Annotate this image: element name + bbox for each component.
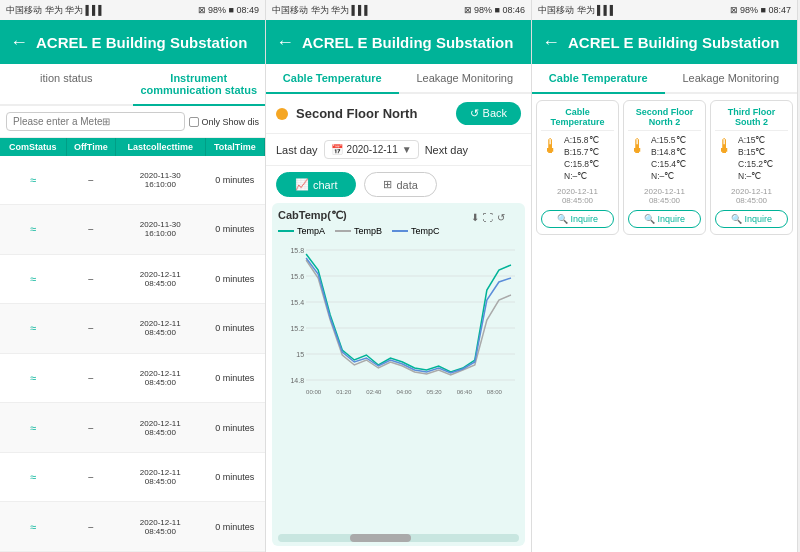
cell-lastcollect: 2020-12-11 08:45:00 — [115, 403, 205, 453]
back-arrow-2[interactable]: ← — [276, 32, 294, 53]
table-row: ≈ – 2020-11-30 16:10:00 0 minutes — [0, 205, 265, 255]
header-title-1: ACREL E Building Substation — [36, 34, 247, 51]
tab-bar-1: ition status Instrument communication st… — [0, 64, 265, 106]
cell-status: ≈ — [0, 452, 66, 502]
chart-tab-icon: 📈 — [295, 178, 309, 191]
tab-status-1[interactable]: ition status — [0, 64, 133, 106]
table-row: ≈ – 2020-12-11 08:45:00 0 minutes — [0, 403, 265, 453]
cable-meta-2: 2020-12-11 08:45:00 — [715, 187, 788, 205]
cell-status: ≈ — [0, 205, 66, 255]
cell-lastcollect: 2020-12-11 08:45:00 — [115, 254, 205, 304]
fullscreen-icon[interactable]: ⛶ — [483, 212, 493, 223]
wifi-icon: ≈ — [30, 273, 36, 285]
tab-instrument-1[interactable]: Instrument communication status — [133, 64, 266, 106]
back-arrow-1[interactable]: ← — [10, 32, 28, 53]
legend-tempB-label: TempB — [354, 226, 382, 236]
cell-status: ≈ — [0, 403, 66, 453]
wifi-icon: ≈ — [30, 174, 36, 186]
chart-data-tab-bar: 📈 chart ⊞ data — [266, 166, 531, 203]
tab-bar-3: Cable Temperature Leakage Monitoring — [532, 64, 797, 94]
date-picker[interactable]: 📅 2020-12-11 ▼ — [324, 140, 419, 159]
inquire-btn-2[interactable]: 🔍 Inquire — [715, 210, 788, 228]
only-show-dis: Only Show dis — [189, 117, 259, 127]
svg-text:04:00: 04:00 — [396, 389, 412, 395]
cell-offtime: – — [66, 452, 115, 502]
cell-totaltime: 0 minutes — [205, 156, 264, 205]
cell-totaltime: 0 minutes — [205, 304, 264, 354]
table-row: ≈ – 2020-12-11 08:45:00 0 minutes — [0, 452, 265, 502]
svg-text:14.8: 14.8 — [290, 377, 304, 384]
download-icon[interactable]: ⬇ — [471, 212, 479, 223]
svg-text:15.6: 15.6 — [290, 273, 304, 280]
chart-scrollbar-thumb[interactable] — [350, 534, 410, 542]
thermometer-icon-1: 🌡 — [628, 135, 648, 158]
tab-leakage-3[interactable]: Leakage Monitoring — [665, 64, 798, 94]
cell-totaltime: 0 minutes — [205, 502, 264, 552]
chart-tab-label: chart — [313, 179, 337, 191]
inquire-btn-0[interactable]: 🔍 Inquire — [541, 210, 614, 228]
svg-text:05:20: 05:20 — [427, 389, 443, 395]
chevron-down-icon: ▼ — [402, 144, 412, 155]
app-header-2: ← ACREL E Building Substation — [266, 20, 531, 64]
cell-lastcollect: 2020-12-11 08:45:00 — [115, 304, 205, 354]
cable-card-0: Cable Temperature 🌡 A:15.8℃B:15.7℃C:15.8… — [536, 100, 619, 235]
svg-text:15: 15 — [296, 351, 304, 358]
back-button[interactable]: ↺ Back — [456, 102, 521, 125]
chart-svg-wrapper: 15.8 15.6 15.4 15.2 15 14.8 00:00 01:20 … — [278, 240, 519, 530]
legend-tempC: TempC — [392, 226, 440, 236]
data-tab-icon: ⊞ — [383, 178, 392, 191]
cable-card-title-1: Second Floor North 2 — [628, 107, 701, 131]
wifi-icon: ≈ — [30, 322, 36, 334]
cable-card-body-1: 🌡 A:15.5℃B:14.8℃C:15.4℃N:–℃ — [628, 135, 701, 183]
cell-totaltime: 0 minutes — [205, 205, 264, 255]
next-day-label[interactable]: Next day — [425, 144, 468, 156]
cable-card-1: Second Floor North 2 🌡 A:15.5℃B:14.8℃C:1… — [623, 100, 706, 235]
cell-lastcollect: 2020-11-30 16:10:00 — [115, 156, 205, 205]
cell-totaltime: 0 minutes — [205, 353, 264, 403]
legend-tempA: TempA — [278, 226, 325, 236]
location-dot — [276, 108, 288, 120]
chart-container: CabTemp(℃) ⬇ ⛶ ↺ TempA TempB TempC — [272, 203, 525, 546]
col-totaltime: TotalTime — [205, 138, 264, 156]
tab-leakage-2[interactable]: Leakage Monitoring — [399, 64, 532, 94]
cell-status: ≈ — [0, 156, 66, 205]
cell-offtime: – — [66, 353, 115, 403]
cable-card-2: Third Floor South 2 🌡 A:15℃B:15℃C:15.2℃N… — [710, 100, 793, 235]
data-tab[interactable]: ⊞ data — [364, 172, 436, 197]
cell-offtime: – — [66, 156, 115, 205]
cable-card-title-2: Third Floor South 2 — [715, 107, 788, 131]
col-comstatus: ComStatus — [0, 138, 66, 156]
cell-totaltime: 0 minutes — [205, 403, 264, 453]
panel-2: 中国移动 华为 华为 ▌▌▌ ⊠ 98% ■ 08:46 ← ACREL E B… — [266, 0, 532, 552]
chart-title: CabTemp(℃) — [278, 209, 347, 222]
meter-search-input[interactable] — [6, 112, 185, 131]
cell-offtime: – — [66, 254, 115, 304]
inquire-btn-1[interactable]: 🔍 Inquire — [628, 210, 701, 228]
app-header-3: ← ACREL E Building Substation — [532, 20, 797, 64]
location-row: Second Floor North ↺ Back — [266, 94, 531, 134]
legend-tempC-label: TempC — [411, 226, 440, 236]
cable-meta-1: 2020-12-11 08:45:00 — [628, 187, 701, 205]
col-offtime: OffTime — [66, 138, 115, 156]
chart-tab[interactable]: 📈 chart — [276, 172, 356, 197]
chart-scrollbar[interactable] — [278, 534, 519, 542]
tab-cable-temp-2[interactable]: Cable Temperature — [266, 64, 399, 94]
chart-svg: 15.8 15.6 15.4 15.2 15 14.8 00:00 01:20 … — [278, 240, 519, 400]
only-show-label: Only Show dis — [201, 117, 259, 127]
cable-card-body-0: 🌡 A:15.8℃B:15.7℃C:15.8℃N:–℃ — [541, 135, 614, 183]
tab-cable-temp-3[interactable]: Cable Temperature — [532, 64, 665, 94]
status-right-1: ⊠ 98% ■ 08:49 — [198, 5, 259, 15]
chart-toolbar: ⬇ ⛶ ↺ — [471, 212, 505, 223]
cell-totaltime: 0 minutes — [205, 452, 264, 502]
cell-status: ≈ — [0, 353, 66, 403]
svg-text:08:00: 08:00 — [487, 389, 503, 395]
back-arrow-3[interactable]: ← — [542, 32, 560, 53]
cell-lastcollect: 2020-12-11 08:45:00 — [115, 502, 205, 552]
date-row: Last day 📅 2020-12-11 ▼ Next day — [266, 134, 531, 166]
last-day-label[interactable]: Last day — [276, 144, 318, 156]
refresh-icon[interactable]: ↺ — [497, 212, 505, 223]
status-bar-1: 中国移动 华为 华为 ▌▌▌ ⊠ 98% ■ 08:49 — [0, 0, 265, 20]
calendar-icon: 📅 — [331, 144, 343, 155]
only-show-checkbox[interactable] — [189, 117, 199, 127]
svg-text:15.4: 15.4 — [290, 299, 304, 306]
